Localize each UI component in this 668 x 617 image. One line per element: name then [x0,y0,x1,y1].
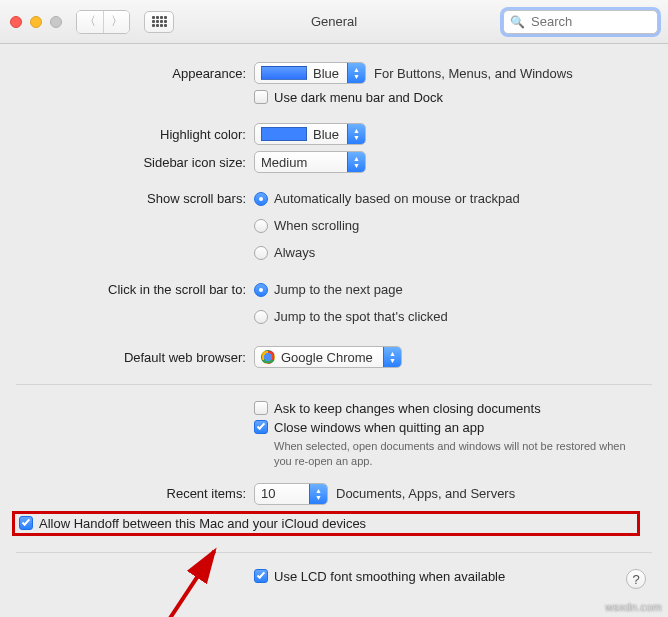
sidebar-row: Sidebar icon size: Medium ▲▼ [16,151,652,173]
search-input[interactable] [529,13,651,30]
ask-changes-checkbox[interactable] [254,401,268,415]
handoff-checkbox[interactable] [19,516,33,530]
close-windows-checkbox[interactable] [254,420,268,434]
nav-forward-button[interactable]: 〉 [103,11,129,33]
titlebar: 〈 〉 General 🔍 [0,0,668,44]
handoff-label: Allow Handoff between this Mac and your … [39,516,366,531]
scroll-always-radio[interactable] [254,246,268,260]
stepper-arrows-icon: ▲▼ [309,484,327,504]
appearance-label: Appearance: [16,66,254,81]
recent-label: Recent items: [16,486,254,501]
scroll-next-radio[interactable] [254,283,268,297]
window-controls [10,16,62,28]
recent-value: 10 [261,486,275,501]
nav-back-forward: 〈 〉 [76,10,130,34]
zoom-window-button[interactable] [50,16,62,28]
close-window-button[interactable] [10,16,22,28]
scroll-click-label: Click in the scroll bar to: [16,282,254,297]
scroll-spot-label: Jump to the spot that's clicked [274,309,448,324]
recent-suffix: Documents, Apps, and Servers [336,486,515,501]
close-windows-hint: When selected, open documents and window… [274,439,644,469]
browser-value: Google Chrome [281,350,373,365]
highlight-label: Highlight color: [16,127,254,142]
dark-menu-label: Use dark menu bar and Dock [274,90,443,105]
chrome-icon [261,350,275,364]
appearance-group: Appearance: Blue ▲▼ For Buttons, Menus, … [16,62,652,105]
lcd-smoothing-label: Use LCD font smoothing when available [274,569,505,584]
stepper-arrows-icon: ▲▼ [347,124,365,144]
sidebar-value: Medium [261,155,307,170]
swatch-highlight-blue-icon [261,127,307,141]
chevron-left-icon: 〈 [84,13,96,30]
search-icon: 🔍 [510,15,525,29]
recent-row: Recent items: 10 ▲▼ Documents, Apps, and… [16,483,652,505]
grid-icon [152,16,167,27]
appearance-hint: For Buttons, Menus, and Windows [374,66,573,81]
highlight-select[interactable]: Blue ▲▼ [254,123,366,145]
chevron-right-icon: 〉 [111,13,123,30]
help-button[interactable]: ? [626,569,646,589]
stepper-arrows-icon: ▲▼ [383,347,401,367]
recent-select[interactable]: 10 ▲▼ [254,483,328,505]
swatch-blue-icon [261,66,307,80]
ask-changes-label: Ask to keep changes when closing documen… [274,401,541,416]
prefs-content: Appearance: Blue ▲▼ For Buttons, Menus, … [0,44,668,617]
handoff-row-highlighted: Allow Handoff between this Mac and your … [12,511,640,536]
scroll-show-group: Show scroll bars: Automatically based on… [16,191,652,264]
divider [16,384,652,385]
lcd-smoothing-checkbox[interactable] [254,569,268,583]
watermark: wsxdn.com [605,601,662,613]
sidebar-size-select[interactable]: Medium ▲▼ [254,151,366,173]
nav-back-button[interactable]: 〈 [77,11,103,33]
scroll-show-label: Show scroll bars: [16,191,254,206]
scroll-spot-radio[interactable] [254,310,268,324]
appearance-select[interactable]: Blue ▲▼ [254,62,366,84]
scroll-click-group: Click in the scroll bar to: Jump to the … [16,282,652,328]
dark-menu-checkbox[interactable] [254,90,268,104]
highlight-row: Highlight color: Blue ▲▼ [16,123,652,145]
sidebar-label: Sidebar icon size: [16,155,254,170]
general-prefs-window: 〈 〉 General 🔍 Appearance: [0,0,668,617]
browser-row: Default web browser: Google Chrome ▲▼ [16,346,652,368]
appearance-value: Blue [313,66,339,81]
stepper-arrows-icon: ▲▼ [347,152,365,172]
show-all-prefs-button[interactable] [144,11,174,33]
stepper-arrows-icon: ▲▼ [347,63,365,83]
scroll-next-label: Jump to the next page [274,282,403,297]
scroll-always-label: Always [274,245,315,260]
browser-label: Default web browser: [16,350,254,365]
scroll-auto-radio[interactable] [254,192,268,206]
browser-select[interactable]: Google Chrome ▲▼ [254,346,402,368]
close-windows-label: Close windows when quitting an app [274,420,484,435]
question-icon: ? [632,572,639,587]
svg-line-0 [128,551,240,617]
scroll-when-label: When scrolling [274,218,359,233]
divider [16,552,652,553]
scroll-auto-label: Automatically based on mouse or trackpad [274,191,520,206]
search-field-wrap[interactable]: 🔍 [503,10,658,34]
minimize-window-button[interactable] [30,16,42,28]
highlight-value: Blue [313,127,339,142]
scroll-when-radio[interactable] [254,219,268,233]
